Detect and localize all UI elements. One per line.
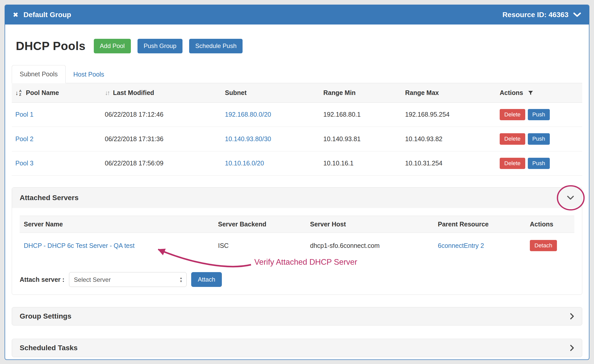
col-server-host: Server Host (306, 216, 434, 233)
push-pool-button[interactable]: Push (528, 158, 550, 169)
attach-server-select-wrap: Select Server ▲ ▼ (69, 272, 187, 287)
pools-header-row: ↓ A Z Pool Name ↓↑ Last Modified Subnet (12, 83, 582, 103)
col-last-modified[interactable]: ↓↑ Last Modified (101, 83, 221, 103)
close-icon[interactable]: ✖ (13, 11, 18, 18)
chevron-right-icon[interactable] (570, 344, 574, 351)
pool-name-link[interactable]: Pool 1 (15, 111, 33, 118)
group-title: Default Group (24, 11, 71, 19)
schedule-push-button[interactable]: Schedule Push (189, 39, 243, 53)
tab-host-pools[interactable]: Host Pools (66, 66, 112, 83)
pools-table: ↓ A Z Pool Name ↓↑ Last Modified Subnet (12, 83, 582, 176)
attached-servers-body: Server Name Server Backend Server Host P… (12, 208, 582, 295)
default-group-panel: ✖ Default Group Resource ID: 46363 DHCP … (5, 5, 589, 360)
col-pool-name-label: Pool Name (26, 89, 59, 96)
pool-range-max: 10.140.93.82 (402, 127, 496, 151)
pool-row-1: Pool 1 06/22/2018 17:12:46 192.168.80.0/… (12, 102, 582, 127)
panel-collapse-chevron-icon[interactable] (573, 12, 581, 18)
filter-icon[interactable] (528, 90, 534, 96)
push-group-button[interactable]: Push Group (138, 39, 182, 53)
push-pool-button[interactable]: Push (528, 109, 550, 120)
group-settings-title: Group Settings (20, 312, 71, 320)
pool-subnet-link[interactable]: 192.168.80.0/20 (225, 111, 271, 118)
add-pool-button[interactable]: Add Pool (94, 39, 131, 53)
server-backend: ISC (214, 233, 306, 258)
sort-updown-icon[interactable]: ↓↑ (105, 89, 109, 96)
attach-server-label: Attach server : (20, 276, 64, 283)
attached-servers-title: Attached Servers (20, 194, 78, 202)
tab-subnet-pools[interactable]: Subnet Pools (12, 65, 66, 83)
page-title: DHCP Pools (16, 39, 86, 53)
parent-resource-link[interactable]: 6connectEntry 2 (438, 242, 484, 249)
scheduled-tasks-title: Scheduled Tasks (20, 344, 78, 352)
col-range-min: Range Min (320, 83, 402, 103)
group-header-left: ✖ Default Group (13, 11, 71, 19)
group-settings-panel[interactable]: Group Settings (12, 307, 582, 325)
pool-range-max: 10.10.31.254 (402, 151, 496, 175)
pool-range-min: 10.140.93.81 (320, 127, 402, 151)
scheduled-tasks-panel[interactable]: Scheduled Tasks (12, 339, 582, 357)
pool-tabs: Subnet Pools Host Pools (12, 65, 582, 83)
server-row: DHCP - DHCP 6c Test Server - QA test ISC… (20, 233, 574, 258)
servers-header-row: Server Name Server Backend Server Host P… (20, 216, 574, 233)
col-server-name: Server Name (20, 216, 214, 233)
delete-pool-button[interactable]: Delete (500, 158, 525, 169)
delete-pool-button[interactable]: Delete (500, 133, 525, 144)
heading-row: DHCP Pools Add Pool Push Group Schedule … (16, 39, 582, 53)
servers-table: Server Name Server Backend Server Host P… (20, 216, 574, 258)
pool-subnet-link[interactable]: 10.140.93.80/30 (225, 135, 271, 142)
chevron-right-icon[interactable] (570, 313, 574, 320)
col-parent-resource: Parent Resource (434, 216, 526, 233)
col-actions: Actions (496, 83, 582, 103)
pool-range-min: 10.10.16.1 (320, 151, 402, 175)
push-pool-button[interactable]: Push (528, 133, 550, 144)
attached-servers-panel: Attached Servers Server Name Server Back… (12, 187, 582, 295)
group-panel-header: ✖ Default Group Resource ID: 46363 (5, 5, 589, 25)
col-server-backend: Server Backend (214, 216, 306, 233)
pool-row-2: Pool 2 06/22/2018 17:31:36 10.140.93.80/… (12, 127, 582, 151)
sort-alpha-icon[interactable]: ↓ A Z (15, 89, 21, 96)
pool-name-link[interactable]: Pool 2 (15, 135, 33, 142)
pool-modified: 06/22/2018 17:12:46 (101, 102, 221, 127)
pool-modified: 06/22/2018 17:56:09 (101, 151, 221, 175)
pool-range-min: 192.168.80.1 (320, 102, 402, 127)
col-range-max: Range Max (402, 83, 496, 103)
attach-button[interactable]: Attach (191, 272, 222, 287)
col-server-actions: Actions (526, 216, 574, 233)
group-header-right: Resource ID: 46363 (502, 11, 581, 19)
panel-body: DHCP Pools Add Pool Push Group Schedule … (5, 25, 589, 360)
pool-subnet-link[interactable]: 10.10.16.0/20 (225, 160, 264, 167)
server-host: dhcp1-sfo.6connect.com (306, 233, 434, 258)
attached-servers-header[interactable]: Attached Servers (12, 188, 582, 208)
pool-modified: 06/22/2018 17:31:36 (101, 127, 221, 151)
attached-servers-chevron-icon[interactable] (567, 195, 574, 200)
delete-pool-button[interactable]: Delete (500, 109, 525, 120)
col-actions-label: Actions (500, 89, 523, 96)
detach-server-button[interactable]: Detach (530, 240, 557, 251)
attach-server-row: Attach server : Select Server ▲ ▼ Attach (20, 272, 574, 287)
col-last-modified-label: Last Modified (113, 89, 154, 96)
resource-id-label: Resource ID: 46363 (502, 11, 568, 19)
attach-server-select[interactable]: Select Server (69, 272, 187, 287)
pool-name-link[interactable]: Pool 3 (15, 160, 33, 167)
col-subnet: Subnet (221, 83, 320, 103)
col-pool-name[interactable]: ↓ A Z Pool Name (12, 83, 101, 103)
pool-row-3: Pool 3 06/22/2018 17:56:09 10.10.16.0/20… (12, 151, 582, 175)
pool-range-max: 192.168.95.254 (402, 102, 496, 127)
server-name-link[interactable]: DHCP - DHCP 6c Test Server - QA test (24, 242, 134, 249)
